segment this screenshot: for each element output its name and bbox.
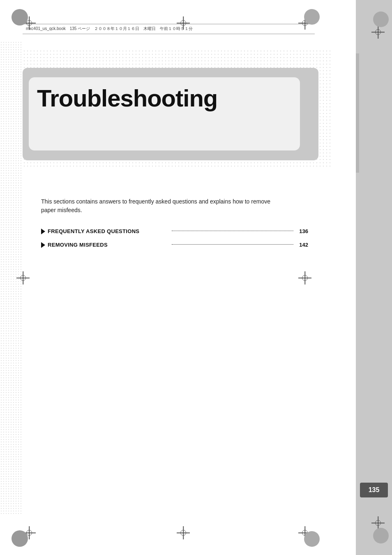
deco-circle-bottom-right (373, 528, 389, 543)
reg-mark-mid-right (298, 271, 311, 284)
deco-circle-top-left (12, 9, 28, 25)
nav-items: FREQUENTLY ASKED QUESTIONS 136 REMOVING … (41, 228, 308, 255)
deco-circle-top-right-inner (304, 9, 320, 25)
nav-label-faq: FREQUENTLY ASKED QUESTIONS (48, 228, 169, 234)
right-sidebar: 135 (356, 0, 392, 555)
reg-mark-bottom-right (371, 516, 385, 530)
nav-arrow-faq (41, 229, 45, 234)
reg-mark-mid-left (16, 271, 30, 284)
nav-item-faq[interactable]: FREQUENTLY ASKED QUESTIONS 136 (41, 228, 308, 234)
reg-mark-top-right (371, 25, 385, 39)
deco-circle-top-right (373, 12, 389, 27)
header-line-bottom (23, 34, 315, 34)
nav-page-misfeeds: 142 (296, 242, 308, 248)
page-number-badge: 135 (360, 483, 388, 497)
main-content: mxc401_us_qck.book 135 ページ ２００８年１０月１６日 木… (0, 0, 356, 555)
nav-item-misfeeds[interactable]: REMOVING MISFEEDS 142 (41, 242, 308, 248)
page-title: Troubleshooting (37, 84, 217, 112)
nav-dots-misfeeds (172, 244, 293, 245)
header-file-info: mxc401_us_qck.book 135 ページ ２００８年１０月１６日 木… (23, 24, 196, 33)
page-number: 135 (369, 486, 380, 494)
nav-page-faq: 136 (296, 228, 308, 234)
reg-mark-bottom-center (177, 526, 190, 539)
nav-arrow-misfeeds (41, 242, 45, 248)
deco-circle-bottom-right-inner (304, 531, 320, 547)
description-text: This sections contains answers to freque… (41, 197, 279, 215)
nav-label-misfeeds: REMOVING MISFEEDS (48, 242, 169, 248)
nav-dots-faq (172, 231, 293, 231)
reg-mark-top-center (177, 16, 190, 30)
deco-circle-bottom-left (12, 530, 28, 547)
